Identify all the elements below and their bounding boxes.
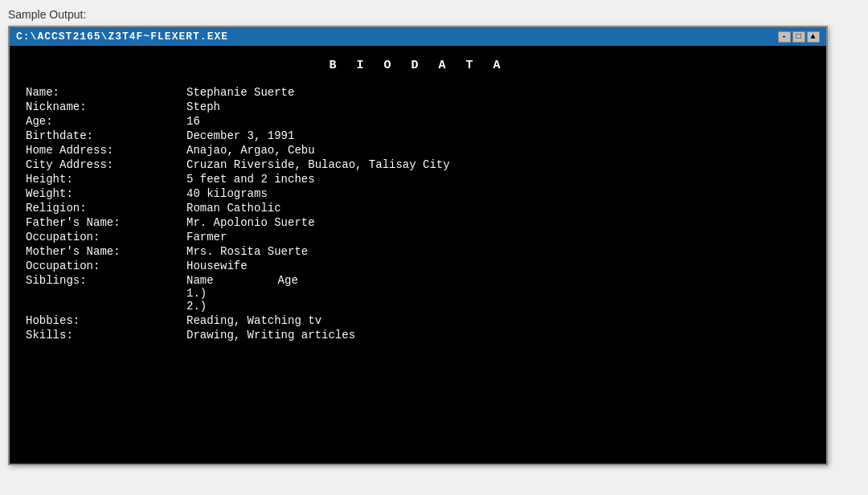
field-label-9: Father's Name: — [26, 215, 186, 230]
field-label-6: Height: — [26, 172, 186, 186]
table-row: Birthdate:December 3, 1991 — [26, 129, 810, 143]
field-value-4: Anajao, Argao, Cebu — [186, 143, 810, 158]
field-value-1: Steph — [186, 100, 810, 114]
siblings-age-col: Age — [278, 274, 298, 287]
field-label-12: Occupation: — [26, 259, 186, 273]
hobbies-value: Reading, Watching tv — [186, 313, 810, 328]
field-label-3: Birthdate: — [26, 129, 186, 143]
field-value-10: Farmer — [186, 230, 810, 244]
field-label-5: City Address: — [26, 158, 186, 172]
field-label-10: Occupation: — [26, 230, 186, 244]
table-row: Mother's Name:Mrs. Rosita Suerte — [26, 244, 810, 259]
terminal-window: B I O D A T A Name:Stephanie SuerteNickn… — [10, 46, 826, 464]
maximize-button[interactable]: □ — [792, 31, 805, 43]
sample-label: Sample Output: — [8, 8, 86, 21]
table-row: Weight:40 kilograms — [26, 186, 810, 201]
field-label-1: Nickname: — [26, 100, 186, 114]
siblings-row: Siblings: Name Age 1.) 2.) — [26, 273, 810, 313]
field-value-2: 16 — [186, 114, 810, 129]
table-row: Age:16 — [26, 114, 810, 129]
field-value-3: December 3, 1991 — [186, 129, 810, 143]
hobbies-row: Hobbies: Reading, Watching tv — [26, 313, 810, 328]
siblings-name-col: Name — [186, 274, 214, 287]
field-label-7: Weight: — [26, 186, 186, 201]
window-title: C:\ACCST2165\Z3T4F~FLEXERT.EXE — [16, 31, 228, 43]
field-value-12: Housewife — [186, 259, 810, 273]
field-value-7: 40 kilograms — [186, 186, 810, 201]
field-label-4: Home Address: — [26, 143, 186, 158]
title-bar: C:\ACCST2165\Z3T4F~FLEXERT.EXE - □ ▲ — [10, 27, 826, 46]
skills-value: Drawing, Writing articles — [186, 328, 810, 342]
field-value-0: Stephanie Suerte — [186, 85, 810, 100]
field-value-11: Mrs. Rosita Suerte — [186, 244, 810, 259]
skills-row: Skills: Drawing, Writing articles — [26, 328, 810, 342]
field-label-2: Age: — [26, 114, 186, 129]
field-label-11: Mother's Name: — [26, 244, 186, 259]
table-row: Nickname:Steph — [26, 100, 810, 114]
field-value-6: 5 feet and 2 inches — [186, 172, 810, 186]
table-row: Home Address:Anajao, Argao, Cebu — [26, 143, 810, 158]
siblings-label: Siblings: — [26, 273, 186, 313]
sibling-item-2: 2.) — [186, 300, 810, 313]
hobbies-label: Hobbies: — [26, 313, 186, 328]
sibling-item-1: 1.) — [186, 287, 810, 300]
table-row: Religion:Roman Catholic — [26, 201, 810, 215]
field-value-9: Mr. Apolonio Suerte — [186, 215, 810, 230]
window: C:\ACCST2165\Z3T4F~FLEXERT.EXE - □ ▲ B I… — [8, 26, 828, 465]
biodata-table: Name:Stephanie SuerteNickname:StephAge:1… — [26, 85, 810, 342]
table-row: Occupation:Housewife — [26, 259, 810, 273]
field-label-8: Religion: — [26, 201, 186, 215]
minimize-button[interactable]: - — [778, 31, 791, 43]
close-button[interactable]: ▲ — [807, 31, 820, 43]
table-row: Father's Name:Mr. Apolonio Suerte — [26, 215, 810, 230]
field-value-5: Cruzan Riverside, Bulacao, Talisay City — [186, 158, 810, 172]
window-controls[interactable]: - □ ▲ — [778, 31, 820, 43]
siblings-header: Name Age — [186, 274, 810, 287]
biodata-heading: B I O D A T A — [26, 59, 810, 72]
field-value-8: Roman Catholic — [186, 201, 810, 215]
table-row: Occupation:Farmer — [26, 230, 810, 244]
field-label-0: Name: — [26, 85, 186, 100]
table-row: Name:Stephanie Suerte — [26, 85, 810, 100]
table-row: City Address:Cruzan Riverside, Bulacao, … — [26, 158, 810, 172]
table-row: Height:5 feet and 2 inches — [26, 172, 810, 186]
siblings-value: Name Age 1.) 2.) — [186, 273, 810, 313]
skills-label: Skills: — [26, 328, 186, 342]
